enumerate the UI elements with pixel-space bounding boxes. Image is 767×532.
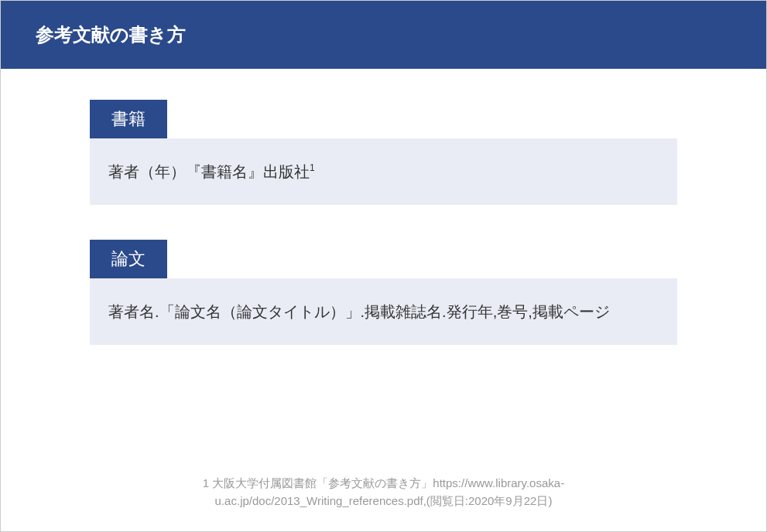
- footnote-line2: u.ac.jp/doc/2013_Writing_references.pdf,…: [215, 494, 553, 507]
- footnote: 1 大阪大学付属図書館「参考文献の書き方」https://www.library…: [1, 475, 766, 510]
- header-bar: 参考文献の書き方: [1, 1, 766, 69]
- section-label-book: 書籍: [90, 100, 167, 138]
- book-format-text: 著者（年）『書籍名』出版社: [108, 163, 310, 180]
- paper-format-text: 著者名.「論文名（論文タイトル）」.掲載雑誌名.発行年,巻号,掲載ページ: [108, 303, 610, 320]
- section-book: 書籍 著者（年）『書籍名』出版社1: [90, 100, 677, 205]
- content-area: 書籍 著者（年）『書籍名』出版社1 論文 著者名.「論文名（論文タイトル）」.掲…: [1, 69, 766, 345]
- section-label-paper: 論文: [90, 240, 167, 278]
- page-title: 参考文献の書き方: [36, 22, 186, 47]
- section-body-paper: 著者名.「論文名（論文タイトル）」.掲載雑誌名.発行年,巻号,掲載ページ: [90, 278, 677, 345]
- section-paper: 論文 著者名.「論文名（論文タイトル）」.掲載雑誌名.発行年,巻号,掲載ページ: [90, 240, 677, 345]
- footnote-line1: 1 大阪大学付属図書館「参考文献の書き方」https://www.library…: [203, 476, 564, 489]
- footnote-superscript: 1: [310, 162, 315, 173]
- slide-container: 参考文献の書き方 書籍 著者（年）『書籍名』出版社1 論文 著者名.「論文名（論…: [0, 0, 767, 532]
- section-body-book: 著者（年）『書籍名』出版社1: [90, 138, 677, 205]
